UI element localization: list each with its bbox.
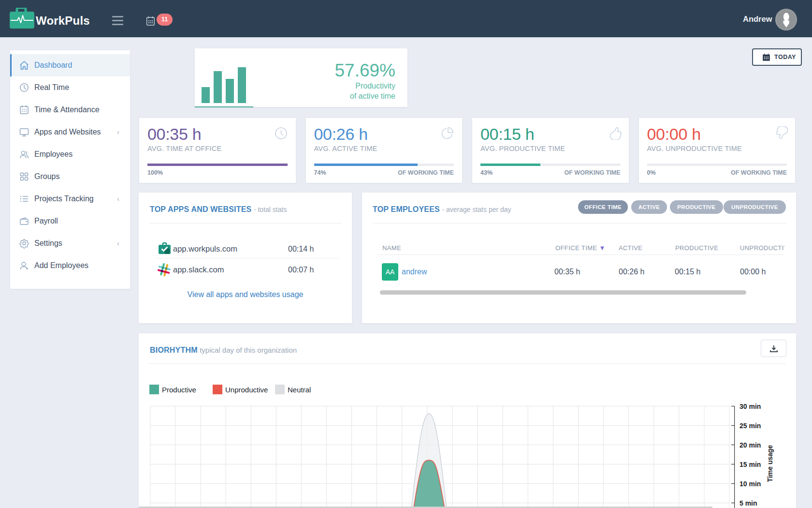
svg-text:15 min: 15 min	[740, 461, 761, 468]
svg-text:10 min: 10 min	[740, 480, 761, 488]
svg-text:Time usage: Time usage	[766, 445, 774, 482]
svg-text:30 min: 30 min	[740, 403, 761, 410]
svg-text:20 min: 20 min	[740, 441, 761, 449]
svg-text:25 min: 25 min	[740, 422, 761, 430]
svg-text:5 min: 5 min	[740, 499, 757, 507]
